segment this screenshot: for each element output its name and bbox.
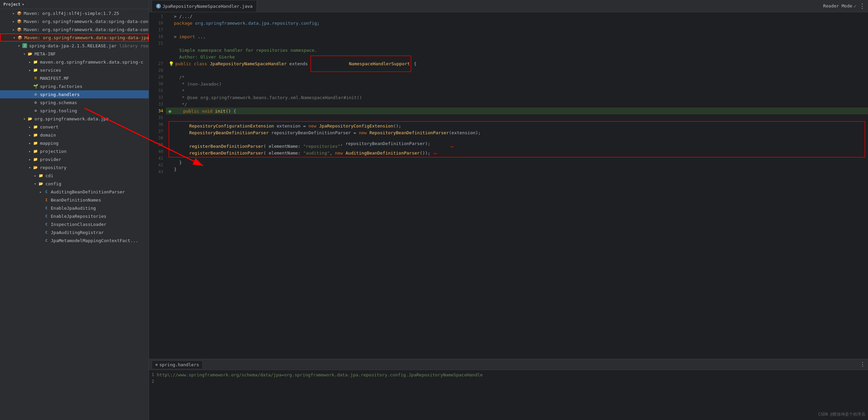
sidebar-item-org-spring[interactable]: 📂 org.springframework.data.jpa xyxy=(0,115,149,123)
java-interface-icon: I xyxy=(43,197,49,203)
sidebar-item-bean-def-names[interactable]: I BeanDefinitionNames xyxy=(0,196,149,204)
code-line xyxy=(171,136,863,143)
code-line: > /.../ xyxy=(166,13,868,20)
item-label: mapping xyxy=(40,141,59,146)
code-line: ● public void init() { xyxy=(166,108,868,114)
sidebar-item-enable-jpa-repos[interactable]: C EnableJpaRepositories xyxy=(0,212,149,220)
maven-icon: 📦 xyxy=(16,19,22,24)
arrow-icon xyxy=(27,166,32,169)
code-line: } xyxy=(166,166,868,172)
bottom-panel-content: 1 http\://www.springframework.org/schema… xyxy=(149,370,868,420)
sidebar-item-convert[interactable]: 📁 convert xyxy=(0,123,149,131)
item-label: services xyxy=(40,68,61,73)
code-line: registerBeanDefinitionParser( elementNam… xyxy=(171,143,863,149)
checkmark-icon: ✓ xyxy=(854,3,856,9)
item-label: maven.org.springframework.data.spring-c xyxy=(40,60,143,65)
sidebar-item-config[interactable]: 📂 config xyxy=(0,180,149,188)
gear-small-icon: ⚙ xyxy=(155,363,158,367)
arrow-icon xyxy=(27,141,32,145)
sidebar-item-spring-handlers[interactable]: ⚙ spring.handlers xyxy=(0,90,149,98)
arrow-icon xyxy=(11,28,16,31)
sidebar-item-cdi[interactable]: 📁 cdi xyxy=(0,171,149,180)
sidebar-item-maven-sdj[interactable]: 📦 Maven: org.springframework.data:spring… xyxy=(0,33,149,42)
folder-icon: 📁 xyxy=(32,67,39,73)
red-box-code-block: RepositoryConfigurationExtension extensi… xyxy=(169,121,865,158)
code-line xyxy=(166,40,868,47)
reader-mode-button[interactable]: Reader Mode ✓ xyxy=(823,3,856,9)
line-numbers: 1 16 17 18 21 27 28 29 30 31 32 33 34 35 xyxy=(149,12,166,359)
maven-icon: 📦 xyxy=(16,27,22,32)
item-label: JpaAuditingRegistrar xyxy=(51,230,104,235)
java-class-icon: C xyxy=(43,213,49,219)
sidebar-item-mapping[interactable]: 📁 mapping xyxy=(0,139,149,147)
code-line xyxy=(166,172,868,179)
sidebar-item-inspection[interactable]: C InspectionClassLoader xyxy=(0,220,149,228)
sidebar-item-spring-schemas[interactable]: ⚙ spring.schemas xyxy=(0,98,149,107)
sidebar-item-spring-factories[interactable]: 🌱 spring.factories xyxy=(0,82,149,90)
item-label: META-INF xyxy=(35,51,56,56)
top-editor-panel: C JpaRepositoryNameSpaceHandler.java Rea… xyxy=(149,0,868,359)
gear-icon: ⚙ xyxy=(32,92,39,97)
java-class-icon: C xyxy=(43,230,49,235)
spring-icon: 🌱 xyxy=(32,84,39,89)
folder-icon: 📁 xyxy=(38,173,44,178)
arrow-icon xyxy=(11,11,16,15)
item-label: Maven: org.springframework.data:spring-d… xyxy=(24,27,148,32)
code-line: RepositoryBeanDefinitionParser repositor… xyxy=(171,129,863,136)
sidebar-item-domain[interactable]: 📁 domain xyxy=(0,131,149,139)
bottom-code-line-1: 1 http\://www.springframework.org/schema… xyxy=(149,371,868,378)
item-label: spring-data-jpa-2.1.5.RELEASE.jar librar… xyxy=(29,43,149,48)
folder-open-icon: 📂 xyxy=(27,51,33,56)
sidebar-item-maven-sdc1[interactable]: 📦 Maven: org.springframework.data:spring… xyxy=(0,17,149,25)
bottom-panel-more-button[interactable]: ⋮ xyxy=(860,361,865,368)
java-file-icon: C xyxy=(156,4,161,8)
arrow-icon xyxy=(22,117,27,121)
code-editor[interactable]: 1 16 17 18 21 27 28 29 30 31 32 33 34 35 xyxy=(149,12,868,359)
code-line: 💡 public class JpaRepositoryNameSpaceHan… xyxy=(166,60,868,67)
folder-open-icon: 📂 xyxy=(38,181,44,186)
arrow-icon xyxy=(16,44,22,48)
sidebar-item-spring-tooling[interactable]: ≡ spring.tooling xyxy=(0,107,149,115)
arrow-icon xyxy=(32,174,38,178)
sidebar-item-projection[interactable]: 📁 projection xyxy=(0,147,149,155)
sidebar-item-meta-inf[interactable]: 📂 META-INF xyxy=(0,50,149,58)
sidebar-item-jpa-metamodel[interactable]: C JpaMetamodelMappingContextFact... xyxy=(0,236,149,244)
bottom-tab-spring-handlers[interactable]: ⚙ spring.handlers xyxy=(152,360,203,369)
manifest-icon: M xyxy=(32,75,39,81)
code-line: * xyxy=(166,87,868,94)
sidebar-item-provider[interactable]: 📁 provider xyxy=(0,155,149,163)
sidebar-item-maven-slf4j[interactable]: 📦 Maven: org.slf4j:slf4j-simple:1.7.25 xyxy=(0,9,149,17)
code-line: package org.springframework.data.jpa.rep… xyxy=(166,20,868,26)
sidebar-item-repository[interactable]: 📂 repository xyxy=(0,163,149,171)
item-label: Maven: org.slf4j:slf4j-simple:1.7.25 xyxy=(24,11,119,16)
item-label: spring.schemas xyxy=(40,100,77,105)
sidebar-item-jar[interactable]: J spring-data-jpa-2.1.5.RELEASE.jar libr… xyxy=(0,42,149,50)
code-line: * @see org.springframework.beans.factory… xyxy=(166,94,868,101)
editor-tabs: C JpaRepositoryNameSpaceHandler.java Rea… xyxy=(149,0,868,12)
reader-mode-label: Reader Mode xyxy=(823,3,852,8)
editor-area: C JpaRepositoryNameSpaceHandler.java Rea… xyxy=(149,0,868,420)
code-line: */ xyxy=(166,101,868,108)
folder-icon: 📁 xyxy=(32,140,39,146)
item-label: provider xyxy=(40,157,61,162)
java-class-icon: C xyxy=(43,238,49,243)
sidebar-item-services[interactable]: 📁 services xyxy=(0,66,149,74)
item-label: convert xyxy=(40,124,59,130)
arrow-icon xyxy=(27,60,32,64)
project-sidebar[interactable]: Project ▾ 📦 Maven: org.slf4j:slf4j-simpl… xyxy=(0,0,149,420)
sidebar-item-auditing-bean[interactable]: C AuditingBeanDefinitionParser xyxy=(0,188,149,196)
sidebar-item-maven-sdc2[interactable]: 📦 Maven: org.springframework.data:spring… xyxy=(0,25,149,33)
item-label: org.springframework.data.jpa xyxy=(35,116,109,121)
code-line xyxy=(166,67,868,74)
more-options-button[interactable]: ⋮ xyxy=(859,2,865,9)
editor-tab-jpa[interactable]: C JpaRepositoryNameSpaceHandler.java xyxy=(152,0,257,12)
jar-icon: J xyxy=(22,43,28,48)
sidebar-item-jpa-auditing-reg[interactable]: C JpaAuditingRegistrar xyxy=(0,228,149,236)
sidebar-item-enable-jpa-auditing[interactable]: C EnableJpaAuditing xyxy=(0,204,149,212)
java-class-icon: C xyxy=(43,221,49,227)
sidebar-item-manifest[interactable]: M MANIFEST.MF xyxy=(0,74,149,82)
code-line: } xyxy=(166,159,868,166)
item-label: spring.handlers xyxy=(40,92,80,97)
sidebar-item-maven-org[interactable]: 📁 maven.org.springframework.data.spring-… xyxy=(0,58,149,66)
java-class-icon: C xyxy=(43,205,49,211)
